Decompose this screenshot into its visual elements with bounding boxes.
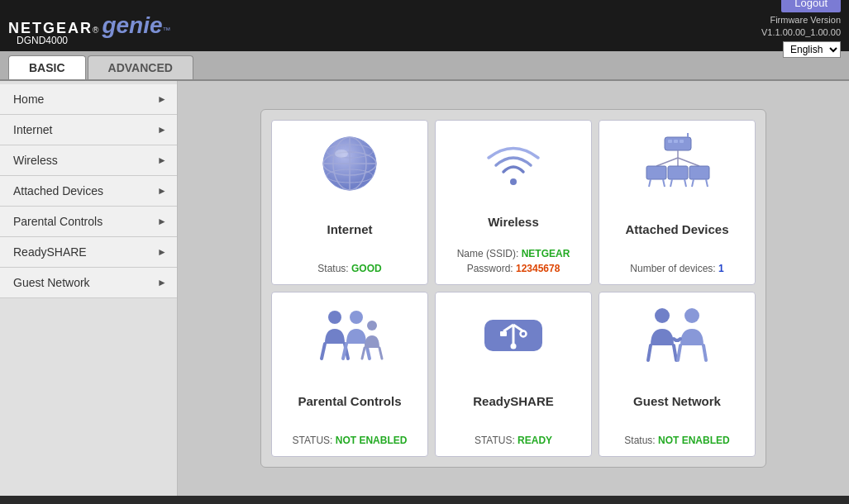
sidebar-item-attached-devices[interactable]: Attached Devices ► — [0, 176, 177, 207]
svg-point-30 — [350, 311, 363, 324]
card-readyshare[interactable]: ReadySHARE STATUS: READY — [435, 292, 592, 457]
svg-point-46 — [684, 308, 699, 323]
sidebar-item-wireless[interactable]: Wireless ► — [0, 145, 177, 176]
svg-line-24 — [684, 179, 686, 187]
svg-line-25 — [692, 179, 694, 187]
firmware-version: V1.1.00.00_1.00.00 — [761, 27, 841, 37]
svg-line-23 — [670, 179, 672, 187]
internet-status-value: GOOD — [351, 263, 382, 274]
svg-rect-12 — [680, 140, 684, 143]
wireless-ssid-value: NETGEAR — [522, 248, 570, 259]
sidebar-label-parental-controls: Parental Controls — [13, 215, 103, 228]
tab-advanced[interactable]: ADVANCED — [88, 55, 193, 79]
chevron-right-icon: ► — [157, 124, 167, 136]
firmware-info: Firmware Version V1.1.00.00_1.00.00 — [761, 14, 841, 38]
dashboard-grid: Internet Status: GOOD Wi — [260, 109, 766, 468]
svg-line-17 — [678, 158, 699, 166]
svg-line-47 — [678, 345, 680, 360]
svg-line-21 — [649, 179, 651, 187]
chevron-right-icon: ► — [157, 155, 167, 166]
svg-point-43 — [655, 308, 670, 323]
wireless-pass-value: 12345678 — [516, 263, 560, 274]
attached-devices-count: 1 — [718, 263, 724, 274]
svg-line-44 — [648, 345, 651, 360]
header: NETGEAR® genie™ DGND4000 Logout Firmware… — [0, 0, 849, 51]
language-dropdown[interactable]: English — [783, 41, 841, 58]
svg-line-45 — [674, 345, 676, 360]
card-guest-network[interactable]: Guest Network Status: NOT ENABLED — [599, 292, 756, 457]
svg-point-33 — [367, 321, 377, 330]
guest-network-title: Guest Network — [633, 394, 721, 408]
svg-line-35 — [379, 348, 382, 359]
card-wireless[interactable]: Wireless Name (SSID): NETGEAR Password: … — [435, 120, 592, 285]
content-area: Internet Status: GOOD Wi — [178, 81, 849, 496]
sidebar: Home ► Internet ► Wireless ► Attached De… — [0, 81, 178, 496]
sidebar-label-guest-network: Guest Network — [13, 276, 90, 289]
attached-devices-icon — [640, 131, 714, 197]
logo-reg: ® — [93, 26, 98, 35]
sidebar-item-guest-network[interactable]: Guest Network ► — [0, 268, 177, 298]
svg-point-8 — [510, 178, 517, 185]
svg-line-26 — [706, 179, 708, 187]
parental-controls-status-value: NOT ENABLED — [336, 435, 408, 446]
readyshare-status-value: READY — [518, 435, 552, 446]
svg-line-28 — [322, 344, 325, 359]
header-right: Logout Firmware Version V1.1.00.00_1.00.… — [761, 0, 841, 58]
firmware-label: Firmware Version — [770, 15, 841, 25]
readyshare-title: ReadySHARE — [473, 394, 554, 408]
sidebar-item-readyshare[interactable]: ReadySHARE ► — [0, 237, 177, 268]
chevron-right-icon: ► — [157, 93, 167, 105]
card-parental-controls[interactable]: Parental Controls STATUS: NOT ENABLED — [271, 292, 428, 457]
svg-point-7 — [335, 150, 348, 158]
svg-rect-11 — [674, 140, 678, 143]
readyshare-icon — [480, 302, 546, 368]
svg-point-27 — [328, 311, 341, 324]
sidebar-item-internet[interactable]: Internet ► — [0, 115, 177, 145]
readyshare-status: STATUS: READY — [475, 433, 552, 448]
sidebar-item-parental-controls[interactable]: Parental Controls ► — [0, 207, 177, 237]
svg-line-34 — [362, 348, 365, 359]
language-selector[interactable]: English — [783, 41, 841, 58]
attached-devices-title: Attached Devices — [625, 222, 728, 236]
sidebar-label-wireless: Wireless — [13, 154, 58, 167]
svg-line-15 — [656, 158, 678, 166]
logout-button[interactable]: Logout — [781, 0, 841, 12]
svg-rect-40 — [500, 331, 507, 336]
parental-controls-icon — [317, 302, 383, 368]
svg-line-48 — [704, 345, 706, 360]
guest-network-icon — [644, 302, 710, 368]
svg-point-42 — [511, 343, 517, 349]
svg-rect-9 — [665, 137, 691, 150]
internet-icon — [317, 131, 383, 197]
attached-devices-status: Number of devices: 1 — [630, 261, 723, 276]
svg-rect-18 — [646, 166, 666, 179]
wireless-icon — [480, 131, 546, 197]
main-content: Home ► Internet ► Wireless ► Attached De… — [0, 81, 849, 496]
wireless-title: Wireless — [488, 215, 539, 229]
sidebar-item-home[interactable]: Home ► — [0, 84, 177, 115]
parental-controls-title: Parental Controls — [298, 394, 401, 408]
card-internet[interactable]: Internet Status: GOOD — [271, 120, 428, 285]
chevron-right-icon: ► — [157, 216, 167, 227]
tab-basic[interactable]: BASIC — [8, 55, 86, 79]
guest-network-status-value: NOT ENABLED — [658, 435, 730, 446]
svg-rect-20 — [689, 166, 709, 179]
sidebar-label-readyshare: ReadySHARE — [13, 245, 87, 259]
svg-rect-10 — [668, 140, 672, 143]
card-attached-devices[interactable]: Attached Devices Number of devices: 1 — [599, 120, 756, 285]
guest-network-status: Status: NOT ENABLED — [624, 433, 729, 448]
logo-tm: ™ — [163, 26, 171, 35]
footer: HELP & SUPPORT Documentation | Online Su… — [0, 496, 849, 504]
chevron-right-icon: ► — [157, 246, 167, 258]
chevron-right-icon: ► — [157, 277, 167, 288]
sidebar-label-internet: Internet — [13, 123, 52, 136]
internet-title: Internet — [327, 222, 372, 236]
internet-status: Status: GOOD — [317, 261, 381, 276]
logo-genie: genie — [102, 12, 162, 39]
wireless-status: Name (SSID): NETGEAR Password: 12345678 — [457, 246, 570, 276]
parental-controls-status: STATUS: NOT ENABLED — [293, 433, 408, 448]
sidebar-label-home: Home — [13, 93, 44, 106]
tab-bar: BASIC ADVANCED — [0, 51, 849, 81]
model-text: DGND4000 — [17, 35, 68, 46]
svg-rect-19 — [668, 166, 688, 179]
